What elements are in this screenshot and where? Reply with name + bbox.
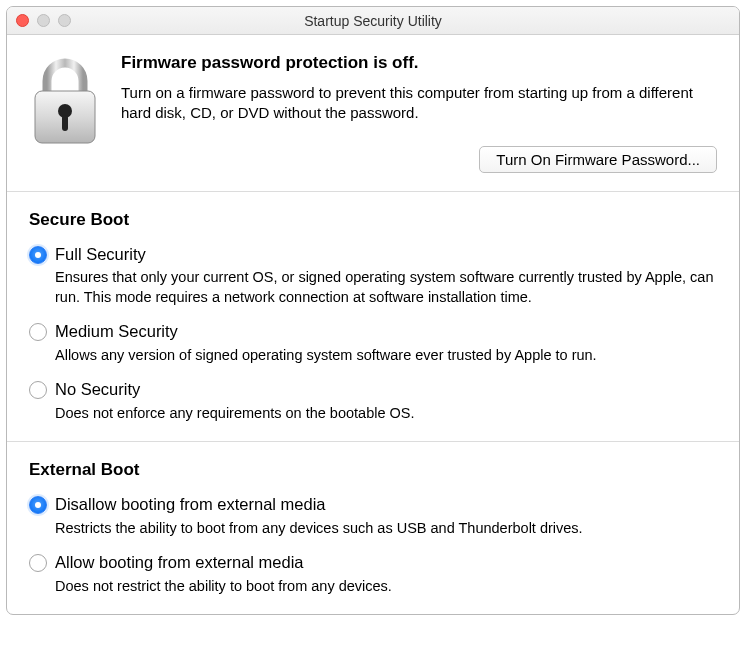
option-description: Ensures that only your current OS, or si…	[55, 268, 717, 307]
external-boot-option-allow[interactable]: Allow booting from external media Does n…	[29, 552, 717, 596]
radio-disallow-external[interactable]	[29, 496, 47, 514]
svg-rect-2	[62, 115, 68, 131]
option-description: Does not restrict the ability to boot fr…	[55, 577, 717, 597]
traffic-lights	[16, 14, 71, 27]
radio-medium-security[interactable]	[29, 323, 47, 341]
option-label: Medium Security	[55, 321, 717, 342]
option-label: Allow booting from external media	[55, 552, 717, 573]
external-boot-title: External Boot	[29, 460, 717, 480]
option-label: Full Security	[55, 244, 717, 265]
firmware-heading: Firmware password protection is off.	[121, 53, 717, 73]
external-boot-option-disallow[interactable]: Disallow booting from external media Res…	[29, 494, 717, 538]
option-description: Restricts the ability to boot from any d…	[55, 519, 717, 539]
external-boot-section: External Boot Disallow booting from exte…	[7, 442, 739, 614]
radio-allow-external[interactable]	[29, 554, 47, 572]
secure-boot-option-none[interactable]: No Security Does not enforce any require…	[29, 379, 717, 423]
minimize-icon	[37, 14, 50, 27]
firmware-description: Turn on a firmware password to prevent t…	[121, 83, 717, 124]
maximize-icon	[58, 14, 71, 27]
option-description: Does not enforce any requirements on the…	[55, 404, 717, 424]
window-title: Startup Security Utility	[304, 13, 442, 29]
window: Startup Security Utility	[6, 6, 740, 615]
firmware-section: Firmware password protection is off. Tur…	[7, 35, 739, 192]
radio-no-security[interactable]	[29, 381, 47, 399]
lock-icon	[29, 55, 101, 173]
titlebar: Startup Security Utility	[7, 7, 739, 35]
turn-on-firmware-password-button[interactable]: Turn On Firmware Password...	[479, 146, 717, 173]
secure-boot-title: Secure Boot	[29, 210, 717, 230]
secure-boot-option-full[interactable]: Full Security Ensures that only your cur…	[29, 244, 717, 308]
secure-boot-option-medium[interactable]: Medium Security Allows any version of si…	[29, 321, 717, 365]
secure-boot-section: Secure Boot Full Security Ensures that o…	[7, 192, 739, 443]
radio-full-security[interactable]	[29, 246, 47, 264]
option-description: Allows any version of signed operating s…	[55, 346, 717, 366]
option-label: No Security	[55, 379, 717, 400]
option-label: Disallow booting from external media	[55, 494, 717, 515]
close-icon[interactable]	[16, 14, 29, 27]
